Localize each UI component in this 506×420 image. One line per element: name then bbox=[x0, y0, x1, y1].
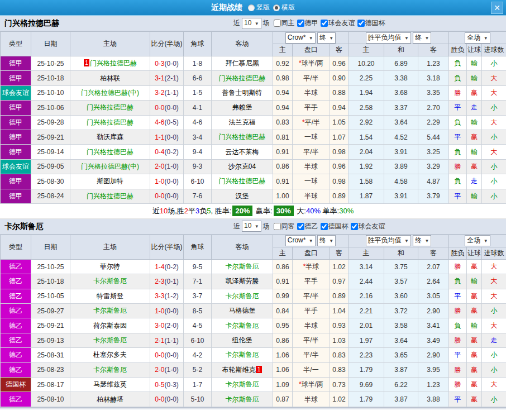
column-header: 角球 bbox=[184, 32, 212, 56]
avg-away-odds: 2.70 bbox=[418, 101, 449, 115]
fulltime-score: 3-1 bbox=[155, 74, 164, 82]
match-date: 25-09-21 bbox=[31, 130, 70, 144]
home-team: 杜塞尔多夫 bbox=[93, 351, 127, 359]
filter-checkbox-德乙[interactable]: 德乙 bbox=[297, 222, 318, 231]
avg-odds-select[interactable]: 胜平负均值 ▼ bbox=[366, 235, 411, 246]
bookmaker-select[interactable]: Crow* ▼ bbox=[285, 235, 316, 246]
match-row: 德乙 25-09-13 卡尔斯鲁厄 2-1(1-1) 6-10 纽伦堡 0.86… bbox=[1, 333, 506, 347]
avg-away-odds: 3.79 bbox=[418, 189, 449, 203]
result-goals: 小 bbox=[482, 174, 506, 189]
league-badge: 德乙 bbox=[1, 333, 31, 347]
filter-checkbox-德国杯[interactable]: 德国杯 bbox=[357, 18, 385, 28]
avg-home-odds: 1.87 bbox=[349, 189, 384, 203]
match-date: 25-10-25 bbox=[31, 259, 70, 274]
fulltime-score: 1-4 bbox=[155, 263, 164, 271]
home-odds: 0.83 bbox=[273, 115, 293, 130]
corners: 6-10 bbox=[184, 174, 212, 189]
handicap: 平手 bbox=[293, 101, 330, 115]
away-team-cell: 布轮斯维克1 bbox=[212, 362, 273, 377]
team-section: 门兴格拉德巴赫 近 10 ▼ 场 同主 德甲 球会友谊 德国杯类型日期主场比分(… bbox=[0, 16, 506, 219]
avg-home-odds: 10.20 bbox=[349, 56, 384, 71]
filter-suffix: 场 bbox=[263, 222, 270, 231]
checkbox-input[interactable] bbox=[274, 223, 281, 230]
final-odds-select[interactable]: 终 ▼ bbox=[317, 235, 336, 246]
checkbox-input[interactable] bbox=[297, 20, 304, 27]
result-wdl: 負 bbox=[449, 274, 467, 289]
handicap: 平/半 bbox=[293, 333, 330, 347]
checkbox-input[interactable] bbox=[321, 223, 328, 230]
fulltime-score: 1-0 bbox=[155, 307, 164, 315]
filter-checkbox-球会友谊[interactable]: 球会友谊 bbox=[351, 222, 385, 231]
filter-checkbox-球会友谊[interactable]: 球会友谊 bbox=[321, 18, 355, 28]
away-team: 云达不莱梅 bbox=[226, 148, 259, 156]
final-avg-select[interactable]: 终 ▼ bbox=[413, 235, 431, 246]
final-avg-select[interactable]: 终 ▼ bbox=[413, 32, 431, 44]
avg-away-odds: 3.88 bbox=[418, 392, 449, 407]
halftime-score: (0-0) bbox=[165, 60, 179, 68]
home-team: 门兴格拉德巴赫 bbox=[87, 192, 133, 200]
layout-radio-horizontal[interactable] bbox=[273, 4, 280, 11]
sub-column-header: 进球数 bbox=[482, 44, 506, 56]
match-date: 25-09-21 bbox=[31, 318, 70, 333]
fulltime-select[interactable]: 全场 ▼ bbox=[465, 235, 490, 246]
match-row: 德甲 25-09-28 门兴格拉德巴赫 4-6(0-5) 4-6 法兰克福 0.… bbox=[1, 115, 506, 130]
avg-home-odds: 2.16 bbox=[349, 289, 384, 303]
match-count-select[interactable]: 10 ▼ bbox=[242, 221, 261, 232]
home-odds: 0.81 bbox=[273, 130, 293, 144]
result-handicap: 赢 bbox=[467, 289, 482, 303]
home-team: 门兴格拉德巴赫 bbox=[87, 103, 133, 111]
home-team: 特雷斯登 bbox=[97, 292, 123, 300]
avg-home-odds: 2.04 bbox=[349, 145, 384, 159]
chevron-down-icon: ▼ bbox=[309, 238, 313, 244]
halftime-score: (0-0) bbox=[165, 104, 179, 112]
layout-radio-vertical-label[interactable]: 竖版 bbox=[256, 3, 270, 12]
avg-away-odds: 3.49 bbox=[418, 333, 449, 347]
checkbox-input[interactable] bbox=[321, 20, 328, 27]
result-handicap: 輸 bbox=[467, 318, 482, 333]
close-button[interactable]: ✕ bbox=[491, 2, 503, 14]
score-cell: 3-0(2-0) bbox=[150, 318, 184, 333]
bookmaker-select[interactable]: Crow* ▼ bbox=[285, 32, 316, 44]
chevron-down-icon: ▼ bbox=[255, 224, 259, 229]
checkbox-label: 球会友谊 bbox=[328, 18, 355, 28]
fulltime-select[interactable]: 全场 ▼ bbox=[465, 32, 490, 44]
sub-column-header: 让球 bbox=[467, 247, 482, 259]
away-team-cell: 弗赖堡 bbox=[212, 101, 273, 115]
halftime-score: (0-0) bbox=[165, 133, 179, 141]
layout-radio-horizontal-label[interactable]: 横版 bbox=[281, 3, 295, 12]
away-team-cell: 拜仁慕尼黑 bbox=[212, 56, 273, 71]
handicap: 平/半 bbox=[293, 348, 330, 362]
result-wdl: 負 bbox=[449, 145, 467, 159]
match-count-select[interactable]: 10 ▼ bbox=[242, 18, 261, 29]
away-odds: 0.83 bbox=[330, 362, 349, 377]
corners: 6-10 bbox=[184, 333, 212, 347]
filter-checkbox-同主[interactable]: 同主 bbox=[274, 18, 295, 28]
checkbox-input[interactable] bbox=[297, 223, 304, 230]
league-badge: 球会友谊 bbox=[1, 85, 31, 100]
result-wdl: 平 bbox=[449, 130, 467, 144]
team-name: 卡尔斯鲁厄 bbox=[4, 219, 44, 234]
checkbox-input[interactable] bbox=[357, 20, 365, 27]
avg-draw-odds: 3.60 bbox=[384, 289, 418, 303]
score-cell: 0-5(0-3) bbox=[150, 378, 184, 392]
avg-home-odds: 2.01 bbox=[349, 318, 384, 333]
checkbox-label: 同主 bbox=[281, 18, 295, 28]
checkbox-label: 球会友谊 bbox=[359, 222, 385, 231]
layout-radio-vertical[interactable] bbox=[248, 4, 255, 11]
fulltime-score: 0-4 bbox=[155, 148, 164, 156]
results-table: 类型日期主场比分(半场)角球客场 Crow* ▼ 终 ▼ 胜平负均值 ▼ 终 ▼… bbox=[0, 235, 506, 407]
sub-column-header: 盘口 bbox=[293, 247, 330, 259]
checkbox-input[interactable] bbox=[351, 223, 358, 230]
title-bar: 近期战绩 竖版 横版 ✕ bbox=[0, 0, 506, 16]
result-handicap: 赢 bbox=[467, 259, 482, 274]
result-wdl: 平 bbox=[449, 348, 467, 362]
filter-checkbox-同客[interactable]: 同客 bbox=[274, 222, 295, 231]
avg-odds-select[interactable]: 胜平负均值 ▼ bbox=[366, 32, 411, 44]
filter-checkbox-德国杯[interactable]: 德国杯 bbox=[321, 222, 349, 231]
checkbox-input[interactable] bbox=[274, 20, 281, 27]
sections-container: 门兴格拉德巴赫 近 10 ▼ 场 同主 德甲 球会友谊 德国杯类型日期主场比分(… bbox=[0, 16, 506, 407]
fulltime-score: 3-3 bbox=[155, 292, 164, 300]
filter-checkbox-德甲[interactable]: 德甲 bbox=[297, 18, 318, 28]
match-row: 德乙 25-09-27 卡尔斯鲁厄 1-0(0-0) 8-5 马格德堡 0.84… bbox=[1, 304, 506, 318]
final-odds-select[interactable]: 终 ▼ bbox=[317, 32, 336, 44]
